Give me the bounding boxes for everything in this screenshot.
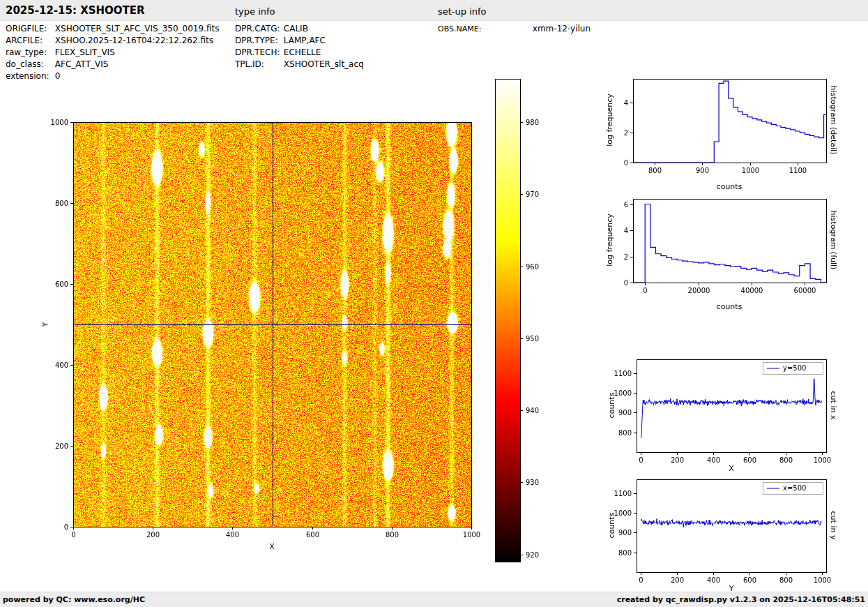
- hist-detail-side-label: histogram (detail): [829, 86, 838, 155]
- page-title: 2025-12-15: XSHOOTER: [6, 4, 145, 17]
- raw-image-canvas: [42, 115, 495, 551]
- dprcatg-label: DPR.CATG:: [235, 24, 281, 33]
- meta-row-arcfile: ARCFILE: XSHOO.2025-12-16T04:22:12.262.f…: [6, 36, 213, 45]
- cut-in-x-canvas: [603, 354, 840, 472]
- origfile-label: ORIGFILE:: [6, 24, 52, 33]
- hist-full-xlabel: counts: [717, 302, 743, 311]
- cut-x-ylabel: counts: [607, 393, 616, 419]
- footer-created-by: created by qc_rawdisp.py v1.2.3 on 2025-…: [617, 595, 865, 604]
- cut-x-side-label: cut in x: [829, 391, 838, 420]
- meta-row-origfile: ORIGFILE: XSHOOTER_SLT_AFC_VIS_350_0019.…: [6, 24, 219, 33]
- meta-row-extension: extension: 0: [6, 71, 60, 81]
- cut-in-y-canvas: [603, 474, 840, 592]
- extension-label: extension:: [6, 71, 52, 81]
- meta-row-rawtype: raw_type: FLEX_SLIT_VIS: [6, 47, 115, 57]
- dprcatg-value: CALIB: [284, 24, 308, 33]
- obsname-value: xmm-12-yilun: [533, 24, 591, 33]
- dprtech-label: DPR.TECH:: [235, 47, 281, 57]
- colorbar-canvas: [494, 77, 556, 566]
- header-bar: 2025-12-15: XSHOOTER type info set-up in…: [0, 0, 868, 21]
- meta-row-dprtype: DPR.TYPE: LAMP,AFC: [235, 36, 326, 45]
- doclass-value: AFC_ATT_VIS: [55, 59, 109, 69]
- histogram-detail-canvas: [600, 73, 840, 188]
- meta-row-dprcatg: DPR.CATG: CALIB: [235, 24, 308, 33]
- arcfile-value: XSHOO.2025-12-16T04:22:12.262.fits: [55, 36, 213, 45]
- origfile-value: XSHOOTER_SLT_AFC_VIS_350_0019.fits: [55, 24, 220, 33]
- arcfile-label: ARCFILE:: [6, 36, 52, 45]
- rawtype-label: raw_type:: [6, 47, 52, 57]
- main-xaxis-label: X: [269, 542, 275, 551]
- cut-y-ylabel: counts: [607, 513, 616, 539]
- histogram-full-canvas: [600, 193, 840, 308]
- qc-report-page: 2025-12-15: XSHOOTER type info set-up in…: [0, 0, 868, 607]
- hist-full-ylabel: log frequency: [605, 213, 614, 266]
- hist-full-side-label: histogram (full): [829, 211, 838, 270]
- meta-row-tplid: TPL.ID: XSHOOTER_slt_acq: [235, 59, 364, 69]
- footer-powered-by: powered by QC: www.eso.org/HC: [3, 595, 145, 604]
- doclass-label: do_class:: [6, 59, 52, 69]
- meta-row-dprtech: DPR.TECH: ECHELLE: [235, 47, 321, 57]
- extension-value: 0: [55, 71, 61, 81]
- dprtype-value: LAMP,AFC: [284, 36, 326, 45]
- meta-row-doclass: do_class: AFC_ATT_VIS: [6, 59, 108, 69]
- obsname-label: OBS.NAME:: [438, 24, 530, 33]
- hist-detail-ylabel: log frequency: [605, 93, 614, 146]
- hist-detail-xlabel: counts: [717, 182, 743, 191]
- cut-x-xlabel: X: [729, 464, 734, 473]
- type-info-heading: type info: [235, 6, 275, 17]
- dprtech-value: ECHELLE: [284, 47, 321, 57]
- cut-y-side-label: cut in y: [829, 511, 838, 540]
- tplid-value: XSHOOTER_slt_acq: [284, 59, 364, 69]
- dprtype-label: DPR.TYPE:: [235, 36, 281, 45]
- rawtype-value: FLEX_SLIT_VIS: [55, 47, 115, 57]
- tplid-label: TPL.ID:: [235, 59, 281, 69]
- footer-bar: powered by QC: www.eso.org/HC created by…: [0, 592, 868, 607]
- main-yaxis-label: Y: [41, 322, 50, 327]
- meta-row-obsname: OBS.NAME: xmm-12-yilun: [438, 24, 591, 33]
- setup-info-heading: set-up info: [438, 6, 487, 17]
